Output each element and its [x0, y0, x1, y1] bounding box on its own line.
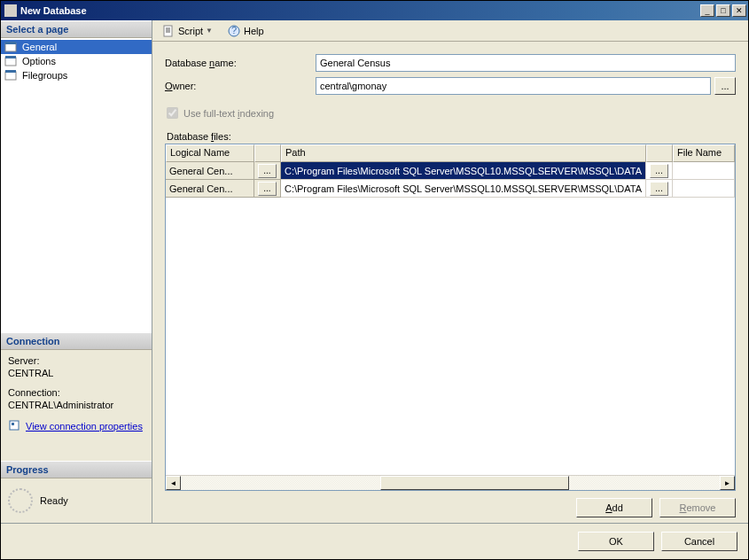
window-title: New Database: [20, 5, 698, 16]
cell-filename[interactable]: [673, 162, 735, 180]
fulltext-checkbox: [167, 107, 178, 119]
table-row[interactable]: General Cen... ... C:\Program Files\Micr…: [166, 162, 735, 180]
cell-browse-right: ...: [646, 162, 673, 180]
help-icon: ?: [227, 24, 241, 38]
right-panel: Script ▼ ? Help Database name: Owner: ..…: [152, 20, 748, 523]
minimize-button[interactable]: _: [700, 4, 714, 17]
toolbar: Script ▼ ? Help: [152, 20, 748, 42]
col-filename[interactable]: File Name: [673, 144, 735, 162]
path-browse-button[interactable]: ...: [650, 182, 668, 196]
cell-filename[interactable]: [673, 180, 735, 198]
page-label: Filegroups: [22, 70, 67, 81]
row-browse-button[interactable]: ...: [258, 182, 277, 196]
script-button[interactable]: Script ▼: [158, 22, 216, 40]
page-item-general[interactable]: General: [1, 40, 152, 54]
progress-body: Ready: [1, 478, 152, 523]
svg-rect-4: [5, 72, 16, 80]
connection-header: Connection: [1, 332, 152, 350]
cancel-button[interactable]: Cancel: [661, 532, 737, 551]
help-label: Help: [244, 26, 264, 36]
connection-body: Server: CENTRAL Connection: CENTRAL\Admi…: [1, 350, 152, 461]
grid-header: Logical Name Path File Name: [166, 144, 735, 162]
cell-path[interactable]: C:\Program Files\Microsoft SQL Server\MS…: [281, 162, 646, 180]
page-label: General: [22, 42, 57, 52]
cell-browse-left: ...: [254, 162, 281, 180]
cell-logical[interactable]: General Cen...: [166, 162, 254, 180]
progress-header: Progress: [1, 461, 152, 478]
titlebar[interactable]: New Database _ □ ✕: [1, 1, 748, 20]
grid-label: Database files:: [167, 131, 736, 142]
page-item-filegroups[interactable]: Filegroups: [1, 68, 152, 82]
svg-rect-7: [12, 423, 14, 425]
page-icon: [4, 69, 19, 82]
script-icon: [161, 24, 176, 38]
window-buttons: _ □ ✕: [698, 4, 746, 17]
app-icon: [4, 4, 17, 17]
server-label: Server:: [8, 355, 144, 366]
dbname-label: Database name:: [165, 58, 316, 68]
cell-path[interactable]: C:\Program Files\Microsoft SQL Server\MS…: [281, 180, 646, 198]
svg-rect-8: [164, 26, 172, 36]
connection-value: CENTRAL\Administrator: [8, 400, 144, 410]
svg-rect-1: [5, 42, 16, 44]
connection-label: Connection:: [8, 387, 144, 398]
svg-rect-5: [5, 70, 16, 73]
table-row[interactable]: General Cen... ... C:\Program Files\Micr…: [166, 180, 735, 198]
progress-status: Ready: [40, 495, 68, 506]
page-list: General Options Filegroups: [1, 38, 152, 332]
fulltext-label: Use full-text indexing: [183, 108, 274, 119]
dialog-footer: OK Cancel: [1, 523, 748, 558]
page-label: Options: [22, 56, 56, 66]
dbname-input[interactable]: [316, 54, 736, 72]
dropdown-arrow-icon: ▼: [206, 27, 213, 35]
connection-properties-icon: [8, 419, 22, 433]
left-panel: Select a page General Options Filegroups…: [1, 20, 152, 523]
close-button[interactable]: ✕: [732, 4, 746, 17]
col-browse: [646, 144, 673, 162]
path-browse-button[interactable]: ...: [650, 164, 668, 178]
owner-label: Owner:: [165, 81, 316, 91]
horizontal-scrollbar[interactable]: ◄ ►: [166, 475, 735, 490]
cell-browse-left: ...: [254, 180, 281, 198]
ok-button[interactable]: OK: [578, 532, 654, 551]
col-path[interactable]: Path: [281, 144, 646, 162]
scroll-right-button[interactable]: ►: [720, 476, 735, 490]
database-files-grid[interactable]: Logical Name Path File Name General Cen.…: [165, 144, 736, 491]
col-logical-name[interactable]: Logical Name: [166, 144, 254, 162]
select-page-header: Select a page: [1, 20, 152, 38]
owner-input[interactable]: [316, 77, 711, 95]
svg-rect-3: [5, 56, 16, 58]
remove-button: Remove: [659, 498, 736, 517]
scroll-track[interactable]: [181, 476, 720, 490]
scroll-thumb[interactable]: [380, 476, 569, 490]
page-item-options[interactable]: Options: [1, 54, 152, 68]
grid-body: General Cen... ... C:\Program Files\Micr…: [166, 162, 735, 475]
scroll-left-button[interactable]: ◄: [166, 476, 181, 490]
view-connection-properties-link[interactable]: View connection properties: [26, 421, 143, 432]
script-label: Script: [178, 26, 203, 36]
page-icon: [4, 55, 19, 67]
progress-spinner-icon: [8, 488, 33, 513]
cell-logical[interactable]: General Cen...: [166, 180, 254, 198]
svg-rect-2: [5, 58, 16, 66]
owner-browse-button[interactable]: ...: [714, 77, 736, 95]
add-button[interactable]: Add: [576, 498, 652, 517]
server-value: CENTRAL: [8, 368, 144, 378]
col-separator: [254, 144, 281, 162]
svg-rect-0: [5, 43, 16, 51]
cell-browse-right: ...: [646, 180, 673, 198]
help-button[interactable]: ? Help: [223, 22, 268, 40]
maximize-button[interactable]: □: [716, 4, 730, 17]
page-icon: [4, 41, 19, 53]
svg-text:?: ?: [231, 25, 237, 35]
row-browse-button[interactable]: ...: [258, 164, 277, 178]
